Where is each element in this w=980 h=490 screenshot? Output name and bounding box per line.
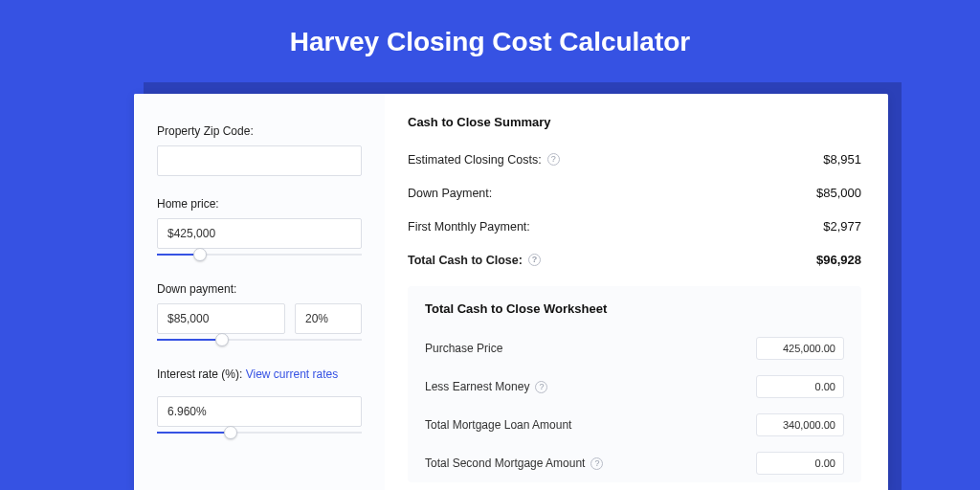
- help-icon[interactable]: ?: [535, 381, 547, 393]
- worksheet-row-input[interactable]: [756, 452, 844, 475]
- down-payment-percent-input[interactable]: [295, 303, 362, 334]
- help-icon[interactable]: ?: [590, 457, 603, 470]
- summary-row-value: $85,000: [816, 186, 861, 200]
- summary-total-label: Total Cash to Close:: [408, 254, 523, 267]
- home-price-field-group: Home price:: [157, 197, 362, 261]
- slider-fill: [157, 339, 222, 341]
- slider-thumb[interactable]: [224, 426, 237, 439]
- worksheet-title: Total Cash to Close Worksheet: [425, 301, 844, 316]
- summary-rows: Estimated Closing Costs:?$8,951Down Paym…: [408, 143, 861, 243]
- down-payment-slider[interactable]: [157, 333, 362, 346]
- home-price-input[interactable]: [157, 218, 362, 249]
- summary-row-label: Estimated Closing Costs:: [408, 153, 542, 167]
- results-panel: Cash to Close Summary Estimated Closing …: [385, 94, 888, 490]
- summary-total-row: Total Cash to Close: ? $96,928: [408, 243, 861, 277]
- down-payment-amount-input[interactable]: [157, 303, 285, 334]
- worksheet-panel: Total Cash to Close Worksheet Purchase P…: [408, 286, 861, 482]
- summary-title: Cash to Close Summary: [408, 115, 861, 129]
- summary-total-value: $96,928: [816, 253, 861, 267]
- zip-field-group: Property Zip Code:: [157, 124, 362, 176]
- down-payment-label: Down payment:: [157, 282, 236, 296]
- worksheet-row: Less Earnest Money?: [425, 368, 844, 406]
- home-price-label: Home price:: [157, 197, 219, 211]
- worksheet-row: Total Mortgage Loan Amount: [425, 406, 844, 444]
- summary-row-value: $8,951: [823, 152, 861, 167]
- worksheet-row-input[interactable]: [756, 375, 844, 398]
- worksheet-row: Total Second Mortgage Amount?: [425, 444, 844, 482]
- interest-field-group: Interest rate (%): View current rates: [157, 368, 362, 439]
- calculator-card: Property Zip Code: Home price: Down paym…: [134, 94, 888, 490]
- worksheet-row: Purchase Price: [425, 329, 844, 368]
- worksheet-row-input[interactable]: [756, 337, 844, 360]
- summary-row-label: Down Payment:: [408, 187, 492, 200]
- summary-row-value: $2,977: [823, 219, 861, 234]
- interest-label: Interest rate (%):: [157, 368, 242, 381]
- summary-row-label: First Monthly Payment:: [408, 220, 530, 234]
- down-payment-field-group: Down payment:: [157, 282, 362, 346]
- worksheet-row-label: Total Mortgage Loan Amount: [425, 418, 571, 432]
- worksheet-row-label: Purchase Price: [425, 342, 502, 355]
- interest-input[interactable]: [157, 396, 362, 427]
- summary-row: Down Payment:$85,000: [408, 176, 861, 210]
- worksheet-row-input[interactable]: [756, 413, 844, 436]
- worksheet-row-label: Total Second Mortgage Amount: [425, 457, 585, 470]
- interest-slider[interactable]: [157, 426, 362, 439]
- slider-thumb[interactable]: [215, 333, 229, 346]
- home-price-slider[interactable]: [157, 248, 362, 261]
- worksheet-row-label: Less Earnest Money: [425, 380, 529, 393]
- help-icon[interactable]: ?: [528, 254, 541, 266]
- slider-thumb[interactable]: [193, 248, 207, 261]
- zip-input[interactable]: [157, 145, 362, 176]
- card-right-shadow: [888, 82, 902, 490]
- slider-fill: [157, 432, 231, 434]
- summary-row: Estimated Closing Costs:?$8,951: [408, 143, 861, 176]
- summary-row: First Monthly Payment:$2,977: [408, 210, 861, 243]
- inputs-panel: Property Zip Code: Home price: Down paym…: [134, 94, 385, 490]
- page-title: Harvey Closing Cost Calculator: [0, 0, 980, 75]
- view-rates-link[interactable]: View current rates: [246, 368, 339, 381]
- zip-label: Property Zip Code:: [157, 124, 254, 138]
- worksheet-rows: Purchase PriceLess Earnest Money?Total M…: [425, 329, 844, 482]
- help-icon[interactable]: ?: [547, 153, 560, 166]
